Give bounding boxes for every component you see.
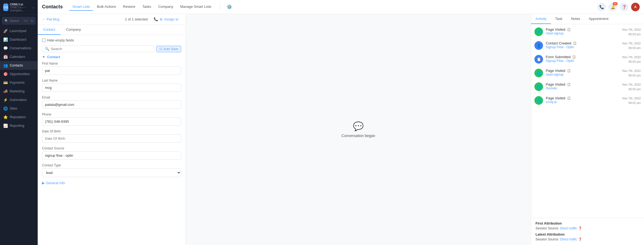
sidebar-label-launchpad: Launchpad <box>10 29 26 33</box>
help-btn[interactable]: ❓ <box>620 3 628 11</box>
calendars-icon: 📅 <box>3 55 8 59</box>
activity-item-2: 📋 Form Submitted 📋 Signup Flow - Optin N… <box>534 55 641 64</box>
general-info-label: General Info <box>46 181 65 185</box>
settings-icon[interactable]: ⚙️ <box>226 3 233 10</box>
copy-icon-4[interactable]: 📋 <box>567 83 571 86</box>
hide-empty-checkbox[interactable] <box>42 38 46 42</box>
sidebar-item-opportunities[interactable]: 🎯Opportunities <box>0 70 38 78</box>
add-circle-icon: ⊕ <box>160 17 163 21</box>
sidebar-item-launchpad[interactable]: 🚀Launchpad <box>0 27 38 35</box>
sidebar-search[interactable]: 🔍 Search ⌘K + <box>2 17 36 24</box>
activity-title-text-2: Form Submitted <box>546 55 570 59</box>
chevron-right-icon: ▶ <box>42 181 45 185</box>
reporting-icon: 📈 <box>3 124 8 128</box>
tab-company[interactable]: Company <box>61 25 86 35</box>
sidebar-label-payments: Payments <box>10 81 25 85</box>
add-icon[interactable]: + <box>31 19 33 23</box>
copy-icon-3[interactable]: 📋 <box>567 69 571 72</box>
input-last_name[interactable] <box>42 83 181 92</box>
search-input[interactable] <box>51 47 151 51</box>
search-shortcut: ⌘K <box>22 19 30 23</box>
topbar-nav-bulk-actions[interactable]: Bulk Actions <box>94 3 119 11</box>
first-attribution-title: First Attribution <box>536 221 640 225</box>
copy-icon-1[interactable]: 📋 <box>573 41 577 45</box>
dashboard-icon: 📊 <box>3 37 8 42</box>
workspace-chevron[interactable]: ⌄ <box>32 5 34 9</box>
search-icon-form: 🔍 <box>45 47 49 51</box>
phone-icon-btn[interactable]: 📞 <box>597 3 606 11</box>
sidebar-item-calendars[interactable]: 📅Calendars <box>0 52 38 61</box>
latest-session-source-value[interactable]: Direct traffic <box>560 237 577 241</box>
topbar-nav-tasks[interactable]: Tasks <box>139 3 154 11</box>
topbar-nav-manage-smart-lists[interactable]: Manage Smart Lists <box>177 3 215 11</box>
latest-help-icon[interactable]: ❓ <box>578 237 582 241</box>
search-icon: 🔍 <box>5 19 8 23</box>
label-contact_type: Contact Type <box>42 163 181 167</box>
sidebar-label-opportunities: Opportunities <box>10 72 30 76</box>
activity-link-5[interactable]: crmly.ai <box>546 100 620 104</box>
activity-link-1[interactable]: Signup Flow - Optin <box>546 45 620 49</box>
sidebar-item-automation[interactable]: ⚡Automation <box>0 96 38 104</box>
activity-link-3[interactable]: /start-signup <box>546 73 620 76</box>
activity-tabs: ActivityTaskNotesAppointment <box>531 14 644 24</box>
topbar-nav-restore[interactable]: Restore <box>120 3 139 11</box>
contact-form: Hide empty fields 🔍 ☑ Auto Save ▼ Contac… <box>38 35 186 245</box>
sidebar-label-dashboard: Dashboard <box>10 38 26 41</box>
activity-content-1: Contact Created 📋 Signup Flow - Optin <box>546 41 620 49</box>
sidebar-item-dashboard[interactable]: 📊Dashboard <box>0 35 38 44</box>
notification-badge: 26 <box>613 2 618 5</box>
back-link[interactable]: ← Pat Mcg <box>42 17 60 21</box>
activity-tab-appointment[interactable]: Appointment <box>584 14 613 24</box>
assign-btn[interactable]: 📞 ⊕ Assign to <box>151 16 181 22</box>
automation-icon: ⚡ <box>3 98 8 102</box>
topbar-nav-company[interactable]: Company <box>155 3 177 11</box>
sidebar-item-conversations[interactable]: 💬Conversations <box>0 44 38 52</box>
activity-title-text-4: Page Visited <box>546 82 565 86</box>
sidebar: CG CRMLY.ai CRMLY.ai — Lexington,... ⌄ 🔍… <box>0 0 38 245</box>
input-date_of_birth[interactable] <box>42 134 181 143</box>
activity-time-3: Nov 7th, 202206:02 pm <box>622 69 641 78</box>
label-contact_source: Contact Source <box>42 146 181 150</box>
activity-item-0: 🌐 Page Visited 📋 /start-signup Nov 7th, … <box>534 27 641 36</box>
first-help-icon[interactable]: ❓ <box>578 226 582 230</box>
sidebar-nav: 🚀Launchpad📊Dashboard💬Conversations📅Calen… <box>0 27 38 130</box>
input-first_name[interactable] <box>42 66 181 75</box>
activity-tab-notes[interactable]: Notes <box>567 14 584 24</box>
general-info-link[interactable]: ▶ General Info <box>42 181 181 185</box>
activity-panel: ActivityTaskNotesAppointment 🌐 Page Visi… <box>531 14 644 245</box>
input-email[interactable] <box>42 100 181 109</box>
activity-link-0[interactable]: /start-signup <box>546 32 620 35</box>
activity-title-0: Page Visited 📋 <box>546 27 620 32</box>
topbar-nav-smart-lists[interactable]: Smart Lists <box>69 3 93 11</box>
notification-btn[interactable]: 🔔 26 <box>608 3 617 11</box>
activity-link-2[interactable]: Signup Flow - Optin <box>546 59 620 63</box>
activity-title-3: Page Visited 📋 <box>546 69 620 73</box>
sidebar-item-contacts[interactable]: 👥Contacts <box>0 61 38 70</box>
activity-title-text-3: Page Visited <box>546 69 565 73</box>
nav-separator <box>220 4 220 10</box>
field-email: Email <box>42 96 181 109</box>
input-phone[interactable] <box>42 117 181 126</box>
auto-save-button[interactable]: ☑ Auto Save <box>156 46 181 52</box>
first-session-source-value[interactable]: Direct traffic <box>560 226 577 230</box>
sidebar-item-reputation[interactable]: ⭐Reputation <box>0 113 38 121</box>
input-contact_type[interactable]: lead customer prospect <box>42 168 181 177</box>
sidebar-item-marketing[interactable]: 📣Marketing <box>0 87 38 96</box>
contact-section-header[interactable]: ▼ Contact <box>42 55 181 59</box>
copy-icon-0[interactable]: 📋 <box>567 28 571 31</box>
activity-tab-task[interactable]: Task <box>551 14 567 24</box>
input-contact_source[interactable] <box>42 151 181 160</box>
sidebar-item-sites[interactable]: 🌐Sites <box>0 104 38 113</box>
activity-tab-activity[interactable]: Activity <box>531 14 551 24</box>
sidebar-item-payments[interactable]: 💳Payments <box>0 78 38 87</box>
copy-icon-5[interactable]: 📋 <box>567 96 571 100</box>
copy-icon-2[interactable]: 📋 <box>572 55 576 59</box>
latest-attribution-source: Session Source: Direct traffic ❓ <box>536 237 640 241</box>
sidebar-item-reporting[interactable]: 📈Reporting <box>0 121 38 130</box>
sidebar-label-marketing: Marketing <box>10 89 24 93</box>
assign-label: Assign to <box>164 17 178 21</box>
activity-link-4[interactable]: /funnels <box>546 86 620 90</box>
avatar[interactable]: A <box>631 3 640 11</box>
field-first_name: First Name <box>42 62 181 75</box>
tab-contact[interactable]: Contact <box>38 25 61 35</box>
